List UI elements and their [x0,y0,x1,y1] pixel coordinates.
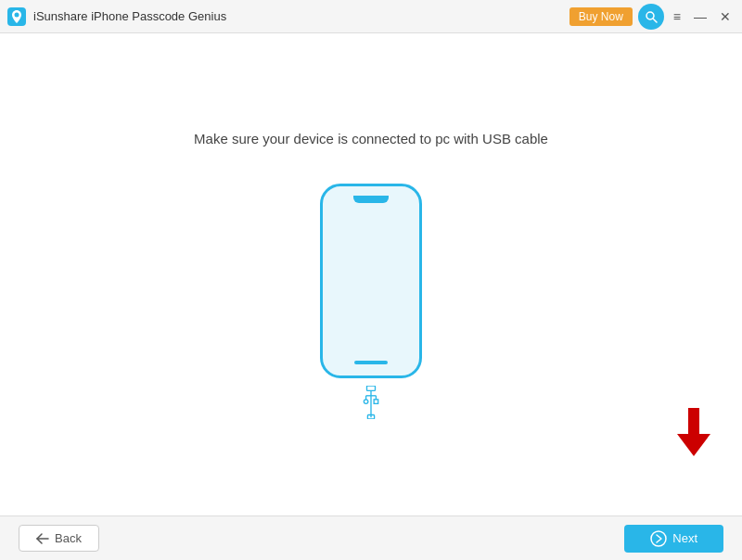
close-button[interactable]: ✕ [716,8,735,25]
phone-body [320,184,422,378]
phone-notch [353,196,389,203]
menu-button[interactable]: ≡ [670,8,684,25]
svg-point-15 [651,531,666,546]
red-arrow-indicator [673,408,714,460]
svg-rect-4 [367,386,376,390]
main-content: Make sure your device is connected to pc… [0,33,742,515]
back-label: Back [55,531,82,545]
svg-point-1 [15,12,19,17]
usb-cable-icon [358,386,384,419]
window-controls: ≡ — ✕ [670,8,735,25]
bottom-bar: Back Next [0,515,742,560]
svg-point-9 [364,399,368,403]
title-bar: iSunshare iPhone Passcode Genius Buy Now… [0,0,742,33]
minimize-button[interactable]: — [690,8,710,25]
svg-line-3 [653,19,657,22]
app-logo [7,7,26,26]
svg-rect-10 [374,399,378,403]
next-label: Next [672,531,697,545]
search-icon[interactable] [638,4,664,30]
back-button[interactable]: Back [19,525,99,552]
svg-marker-13 [677,408,710,456]
next-button[interactable]: Next [624,525,723,553]
svg-point-2 [646,12,654,19]
next-arrow-icon [650,530,667,547]
phone-home-indicator [354,361,388,364]
back-arrow-icon [36,533,49,544]
app-title: iSunshare iPhone Passcode Genius [33,9,569,23]
buy-now-button[interactable]: Buy Now [569,7,633,26]
instruction-text: Make sure your device is connected to pc… [194,131,548,146]
phone-illustration [320,184,422,419]
